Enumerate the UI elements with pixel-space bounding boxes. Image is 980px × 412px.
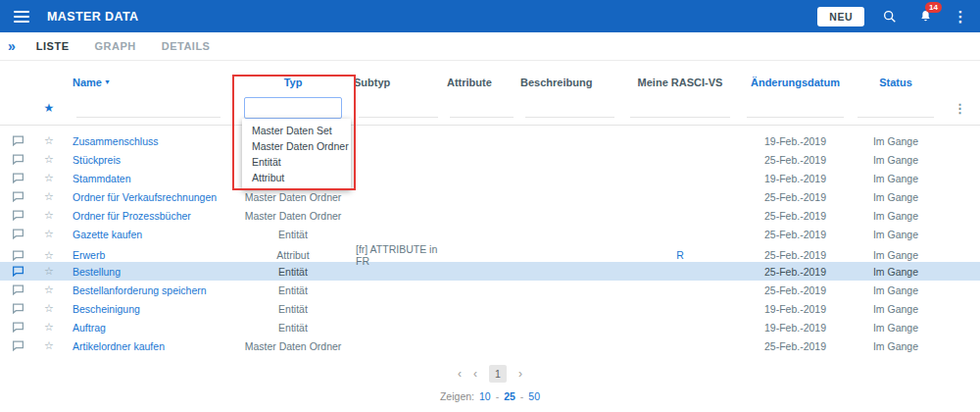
column-header-aenderungsdatum[interactable]: Änderungsdatum [739, 77, 852, 88]
row-name-link[interactable]: Stammdaten [63, 173, 234, 184]
top-app-bar: MASTER DATA NEU 14 ⋮ [0, 0, 980, 32]
favorite-star-icon[interactable]: ☆ [35, 153, 63, 166]
favorite-star-icon[interactable]: ☆ [35, 209, 63, 222]
comment-icon[interactable] [0, 228, 35, 240]
column-settings-icon[interactable]: ⋮ [940, 101, 980, 116]
expand-panel-icon[interactable]: » [0, 38, 24, 54]
beschreibung-filter-input[interactable] [525, 99, 613, 118]
favorite-star-icon[interactable]: ☆ [35, 190, 63, 203]
table-row[interactable]: ☆ Gazette kaufen Entität 25-Feb.-2019 Im… [0, 225, 980, 243]
typ-dropdown-option[interactable]: Master Daten Ordner [242, 138, 351, 154]
table-row[interactable]: ☆ Bestellung Entität 25-Feb.-2019 Im Gan… [0, 262, 980, 281]
table-row[interactable]: ☆ Bescheinigung Entität 19-Feb.-2019 Im … [0, 299, 980, 318]
comment-icon[interactable] [0, 209, 35, 222]
typ-dropdown-option[interactable]: Master Daten Set [242, 123, 351, 138]
row-name-link[interactable]: Gazette kaufen [63, 229, 234, 240]
row-aenderungsdatum: 25-Feb.-2019 [739, 340, 852, 352]
attribute-filter-input[interactable] [450, 99, 514, 118]
table-row[interactable]: ☆ Ordner für Verkaufsrechnungen Master D… [0, 187, 980, 206]
favorite-star-icon[interactable]: ☆ [35, 321, 63, 334]
favorite-star-icon[interactable]: ☆ [35, 172, 63, 184]
overflow-menu-icon[interactable]: ⋮ [951, 7, 970, 26]
comment-icon[interactable] [0, 153, 35, 166]
table-row[interactable]: ☆ Stammdaten Master Daten Ordner 19-Feb.… [0, 169, 980, 187]
status-filter-input[interactable] [858, 99, 934, 118]
column-header-status[interactable]: Status [852, 77, 940, 88]
row-typ: Entität [234, 266, 352, 278]
topbar-actions: NEU 14 ⋮ [817, 7, 970, 26]
typ-filter-input[interactable] [244, 97, 342, 119]
row-aenderungsdatum: 25-Feb.-2019 [739, 249, 852, 261]
column-header-rasci[interactable]: Meine RASCI-VS [621, 77, 739, 88]
column-header-typ[interactable]: Typ [234, 77, 352, 88]
favorite-star-icon[interactable]: ☆ [35, 283, 63, 296]
page-size-option[interactable]: 50 [528, 390, 540, 402]
row-name-link[interactable]: Bestellanforderung speichern [63, 284, 234, 296]
row-aenderungsdatum: 25-Feb.-2019 [739, 154, 852, 166]
table-row[interactable]: ☆ Zusammenschluss 19-Feb.-2019 Im Gange [0, 131, 980, 150]
table-row[interactable]: ☆ Bestellanforderung speichern Entität 2… [0, 281, 980, 299]
tab-graph[interactable]: GRAPH [81, 32, 148, 60]
comment-icon[interactable] [0, 265, 35, 278]
row-status: Im Gange [852, 229, 940, 240]
comment-icon[interactable] [0, 283, 35, 296]
row-name-link[interactable]: Ordner für Prozessbücher [63, 210, 234, 222]
favorite-star-icon[interactable]: ☆ [35, 265, 63, 278]
comment-icon[interactable] [0, 249, 35, 262]
typ-dropdown-option[interactable]: Attribut [242, 170, 351, 185]
row-name-link[interactable]: Zusammenschluss [63, 135, 234, 147]
row-name-link[interactable]: Stückpreis [63, 154, 234, 166]
row-name-link[interactable]: Erwerb [63, 249, 234, 261]
table-row[interactable]: ☆ Stückpreis 25-Feb.-2019 Im Gange [0, 150, 980, 169]
notifications-bell-icon[interactable]: 14 [915, 7, 935, 26]
row-name-link[interactable]: Bestellung [63, 266, 234, 278]
row-name-link[interactable]: Artikelordner kaufen [63, 340, 234, 352]
comment-icon[interactable] [0, 321, 35, 334]
previous-page-icon[interactable]: ‹ [473, 365, 477, 383]
favorite-star-icon[interactable]: ☆ [35, 339, 63, 352]
table-row[interactable]: ☆ Ordner für Prozessbücher Master Daten … [0, 206, 980, 225]
menu-icon[interactable] [14, 11, 29, 23]
page-size-option[interactable]: 10 [479, 390, 491, 402]
favorite-star-icon[interactable]: ☆ [35, 249, 63, 262]
column-header-beschreibung[interactable]: Beschreibung [518, 77, 621, 88]
row-subtyp: [fr] ATTRIBUTE in FR [352, 243, 445, 267]
row-aenderungsdatum: 25-Feb.-2019 [739, 210, 852, 222]
typ-dropdown-option[interactable]: Entität [242, 154, 351, 170]
page-size-option[interactable]: 25 [504, 390, 515, 402]
aenderungsdatum-filter-input[interactable] [747, 99, 843, 118]
column-header-name[interactable]: Name▼ [63, 77, 234, 88]
favorite-star-icon[interactable]: ☆ [35, 134, 63, 147]
current-page[interactable]: 1 [489, 365, 507, 383]
favorite-star-icon[interactable]: ☆ [35, 302, 63, 315]
column-header-attribute[interactable]: Attribute [445, 77, 518, 88]
row-aenderungsdatum: 25-Feb.-2019 [739, 266, 852, 278]
rasci-filter-input[interactable] [630, 99, 730, 118]
table-row[interactable]: ☆ Auftrag Entität 19-Feb.-2019 Im Gange [0, 318, 980, 336]
favorites-filter-star-icon[interactable]: ★ [35, 101, 63, 115]
comment-icon[interactable] [0, 134, 35, 147]
row-aenderungsdatum: 19-Feb.-2019 [739, 322, 852, 334]
separator: - [520, 390, 524, 402]
row-status: Im Gange [852, 284, 940, 296]
row-name-link[interactable]: Auftrag [63, 322, 234, 334]
name-filter-input[interactable] [76, 99, 221, 118]
search-icon[interactable] [880, 7, 900, 26]
comment-icon[interactable] [0, 302, 35, 315]
comment-icon[interactable] [0, 172, 35, 184]
first-page-icon[interactable]: ‹ [458, 365, 462, 383]
table-row[interactable]: ☆ Erwerb Attribut [fr] ATTRIBUTE in FR R… [0, 243, 980, 262]
table-row[interactable]: ☆ Artikelordner kaufen Master Daten Ordn… [0, 336, 980, 355]
comment-icon[interactable] [0, 339, 35, 352]
comment-icon[interactable] [0, 190, 35, 203]
row-name-link[interactable]: Ordner für Verkaufsrechnungen [63, 191, 234, 203]
column-header-subtyp[interactable]: Subtyp [352, 77, 445, 88]
tab-liste[interactable]: LISTE [24, 32, 82, 60]
subtyp-filter-input[interactable] [359, 99, 439, 118]
row-typ: Entität [234, 229, 352, 240]
tab-details[interactable]: DETAILS [149, 32, 223, 60]
neu-button[interactable]: NEU [817, 7, 864, 26]
next-page-icon[interactable]: › [518, 365, 522, 383]
row-name-link[interactable]: Bescheinigung [63, 303, 234, 315]
favorite-star-icon[interactable]: ☆ [35, 228, 63, 240]
